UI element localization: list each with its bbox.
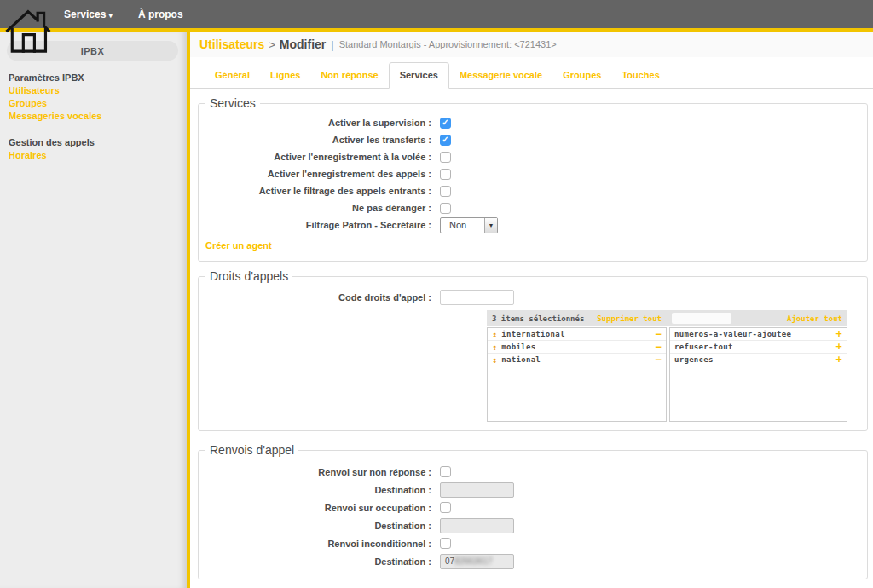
field-ne-pas-deranger-label: Ne pas déranger : — [205, 203, 431, 213]
field-destination-2: Destination : — [205, 516, 860, 534]
item-label: mobiles — [501, 343, 655, 351]
dual-list-header: 3 items sélectionnés Supprimer tout Ajou… — [487, 310, 847, 326]
section-services-title: Services — [205, 96, 260, 110]
sidebar-item-utilisateurs[interactable]: Utilisateurs — [9, 85, 187, 95]
list-item-numeros-valeur-ajoutee[interactable]: numeros-a-valeur-ajoutee + — [670, 328, 847, 341]
tab-groupes[interactable]: Groupes — [552, 63, 611, 88]
selected-items-pane: ↕ international − ↕ mobiles − ↕ national… — [487, 327, 667, 422]
tab-non-reponse[interactable]: Non réponse — [310, 63, 388, 88]
tab-lignes[interactable]: Lignes — [260, 63, 310, 88]
filtrage-entrants-checkbox[interactable] — [440, 186, 451, 197]
destination-3-input[interactable]: 07 82663617 — [440, 554, 514, 569]
field-renvoi-inconditionnel: Renvoi inconditionnel : — [205, 534, 860, 552]
tab-touches[interactable]: Touches — [611, 63, 669, 88]
available-items-pane: numeros-a-valeur-ajoutee + refuser-tout … — [669, 327, 847, 422]
field-renvoi-occupation: Renvoi sur occupation : — [205, 499, 860, 516]
page-title: Modifier — [280, 37, 326, 51]
droits-search-input[interactable] — [672, 313, 731, 324]
sidebar-nav: Paramètres IPBX Utilisateurs Groupes Mes… — [0, 72, 187, 160]
field-filtrage-entrants: Activer le filtrage des appels entrants … — [205, 182, 860, 199]
field-enregistrement-appels: Activer l'enregistrement des appels : — [205, 165, 860, 182]
destination-3-redacted: 82663617 — [454, 556, 493, 566]
add-all-button[interactable]: Ajouter tout — [787, 314, 842, 323]
field-destination-2-label: Destination : — [205, 521, 431, 531]
droits-dual-list: 3 items sélectionnés Supprimer tout Ajou… — [487, 310, 847, 422]
enregistrement-appels-checkbox[interactable] — [440, 169, 451, 180]
item-label: urgences — [674, 355, 835, 364]
breadcrumb: Utilisateurs > Modifier | Standard Monta… — [190, 32, 873, 57]
remove-item-icon[interactable]: − — [655, 355, 662, 365]
item-label: national — [501, 355, 655, 364]
create-agent-link[interactable]: Créer un agent — [205, 240, 272, 251]
breadcrumb-utilisateurs[interactable]: Utilisateurs — [199, 37, 264, 51]
field-code-droits: Code droits d'appel : — [205, 289, 860, 306]
tab-general[interactable]: Général — [205, 63, 260, 88]
sidebar: IPBX Paramètres IPBX Utilisateurs Groupe… — [0, 32, 187, 588]
field-destination-3: Destination : 07 82663617 — [205, 552, 860, 570]
tabbar: Général Lignes Non réponse Services Mess… — [190, 64, 873, 89]
field-renvoi-inconditionnel-label: Renvoi inconditionnel : — [205, 539, 431, 549]
list-item-mobiles[interactable]: ↕ mobiles − — [488, 341, 666, 354]
section-droits-appels: Droits d'appels Code droits d'appel : 3 … — [198, 276, 868, 431]
supervision-checkbox[interactable] — [440, 118, 451, 129]
breadcrumb-separator: > — [269, 38, 275, 51]
ne-pas-deranger-checkbox[interactable] — [440, 203, 451, 214]
remove-all-button[interactable]: Supprimer tout — [597, 314, 662, 323]
renvoi-occupation-checkbox[interactable] — [440, 502, 451, 513]
renvoi-inconditionnel-checkbox[interactable] — [440, 538, 451, 549]
home-logo-icon[interactable] — [3, 6, 51, 54]
sidebar-item-messageries-vocales[interactable]: Messageries vocales — [9, 111, 187, 121]
destination-2-input[interactable] — [440, 518, 514, 533]
list-item-national[interactable]: ↕ national − — [488, 354, 666, 366]
selected-count-label: 3 items sélectionnés — [492, 314, 584, 323]
field-supervision-label: Activer la supervision : — [205, 118, 431, 128]
section-droits-appels-title: Droits d'appels — [205, 269, 292, 283]
section-renvois-appel-title: Renvois d'appel — [205, 443, 298, 457]
filtrage-patron-select-value: Non — [441, 220, 484, 230]
drag-handle-icon[interactable]: ↕ — [492, 330, 497, 339]
add-item-icon[interactable]: + — [835, 329, 842, 339]
field-code-droits-label: Code droits d'appel : — [205, 292, 431, 303]
sidebar-item-horaires[interactable]: Horaires — [9, 150, 187, 160]
filtrage-patron-select[interactable]: Non ▼ — [440, 217, 498, 233]
sidebar-section-gestion-appels: Gestion des appels — [9, 137, 187, 147]
field-renvoi-non-reponse: Renvoi sur non réponse : — [205, 463, 860, 481]
breadcrumb-pipe: | — [331, 38, 333, 51]
code-droits-input[interactable] — [440, 290, 514, 305]
add-item-icon[interactable]: + — [835, 355, 842, 365]
tab-messagerie-vocale[interactable]: Messagerie vocale — [449, 63, 552, 88]
field-renvoi-non-reponse-label: Renvoi sur non réponse : — [205, 467, 431, 477]
field-filtrage-entrants-label: Activer le filtrage des appels entrants … — [205, 186, 431, 196]
section-renvois-appel: Renvois d'appel Renvoi sur non réponse :… — [198, 450, 868, 579]
destination-3-visible: 07 — [445, 556, 454, 566]
item-label: refuser-tout — [674, 343, 835, 351]
menu-services[interactable]: Services▾ — [64, 9, 113, 20]
menu-about[interactable]: À propos — [138, 9, 183, 20]
tab-services[interactable]: Services — [389, 62, 449, 89]
field-filtrage-patron: Filtrage Patron - Secrétaire : Non ▼ — [205, 216, 860, 233]
field-renvoi-occupation-label: Renvoi sur occupation : — [205, 503, 431, 513]
destination-1-input[interactable] — [440, 482, 514, 498]
field-enregistrement-volee-label: Activer l'enregistrement à la volée : — [205, 152, 431, 162]
field-destination-1-label: Destination : — [205, 485, 431, 495]
drag-handle-icon[interactable]: ↕ — [492, 343, 497, 352]
list-item-urgences[interactable]: urgences + — [670, 354, 847, 366]
breadcrumb-detail: Standard Montargis - Approvisionnement: … — [339, 39, 557, 49]
sidebar-section-parametres: Paramètres IPBX — [9, 72, 187, 83]
list-item-refuser-tout[interactable]: refuser-tout + — [670, 341, 847, 354]
drag-handle-icon[interactable]: ↕ — [492, 355, 497, 365]
renvoi-non-reponse-checkbox[interactable] — [440, 466, 451, 477]
field-destination-1: Destination : — [205, 481, 860, 499]
field-supervision: Activer la supervision : — [205, 114, 860, 131]
chevron-down-icon: ▾ — [108, 11, 113, 20]
field-ne-pas-deranger: Ne pas déranger : — [205, 199, 860, 216]
main-content: Utilisateurs > Modifier | Standard Monta… — [190, 32, 873, 588]
sidebar-item-groupes[interactable]: Groupes — [9, 98, 187, 108]
remove-item-icon[interactable]: − — [655, 342, 662, 352]
add-item-icon[interactable]: + — [835, 342, 842, 352]
enregistrement-volee-checkbox[interactable] — [440, 152, 451, 163]
remove-item-icon[interactable]: − — [655, 329, 662, 339]
list-item-international[interactable]: ↕ international − — [488, 328, 666, 341]
transferts-checkbox[interactable] — [440, 135, 451, 146]
section-services: Services Activer la supervision : Active… — [198, 103, 868, 262]
